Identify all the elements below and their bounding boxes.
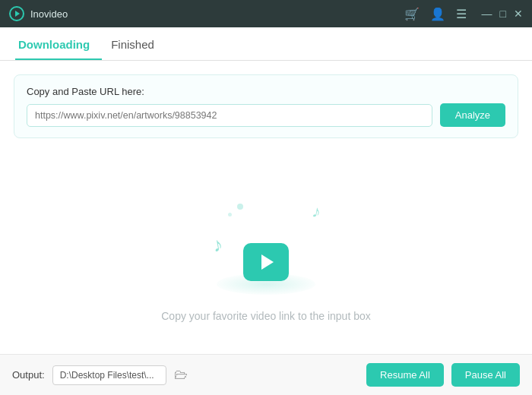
url-label: Copy and Paste URL here: [27, 86, 505, 97]
menu-icon[interactable]: ☰ [456, 7, 467, 21]
output-label: Output: [12, 369, 45, 381]
maximize-button[interactable]: □ [500, 8, 506, 19]
output-path: D:\Desktop Files\test\... [52, 365, 166, 385]
pause-all-button[interactable]: Pause All [451, 363, 520, 387]
music-note-right-icon: ♪ [311, 201, 322, 223]
minimize-button[interactable]: — [482, 8, 492, 19]
close-button[interactable]: ✕ [514, 8, 523, 19]
folder-icon[interactable]: 🗁 [174, 367, 188, 383]
decorative-dot-1 [237, 204, 243, 210]
svg-marker-1 [15, 11, 20, 17]
analyze-button[interactable]: Analyze [440, 103, 505, 127]
footer-bar: Output: D:\Desktop Files\test\... 🗁 Resu… [0, 354, 532, 395]
illustration-area: ♪ ♪ Copy your favorite video link to the… [14, 146, 518, 354]
url-section: Copy and Paste URL here: Analyze [14, 74, 518, 138]
music-note-left-icon: ♪ [211, 232, 224, 258]
illustration-wrapper: ♪ ♪ [205, 188, 327, 295]
title-bar-right: 🛒 👤 ☰ — □ ✕ [404, 7, 523, 21]
title-bar-left: Inovideo [9, 6, 68, 21]
tab-bar: Downloading Finished [0, 27, 532, 61]
url-input-row: Analyze [27, 103, 505, 127]
main-content: Copy and Paste URL here: Analyze ♪ ♪ Cop… [0, 61, 532, 354]
tab-finished[interactable]: Finished [108, 30, 166, 60]
illustration-text: Copy your favorite video link to the inp… [161, 310, 371, 322]
title-bar: Inovideo 🛒 👤 ☰ — □ ✕ [0, 0, 532, 27]
url-input[interactable] [27, 104, 432, 127]
cart-icon[interactable]: 🛒 [404, 7, 420, 21]
app-logo [9, 6, 24, 21]
resume-all-button[interactable]: Resume All [366, 363, 444, 387]
app-title: Inovideo [30, 8, 68, 20]
tab-downloading[interactable]: Downloading [15, 30, 102, 60]
play-triangle [261, 254, 274, 270]
user-icon[interactable]: 👤 [430, 7, 445, 21]
decorative-dot-2 [228, 213, 232, 216]
window-controls: — □ ✕ [482, 8, 523, 19]
glow-ellipse [217, 273, 315, 295]
